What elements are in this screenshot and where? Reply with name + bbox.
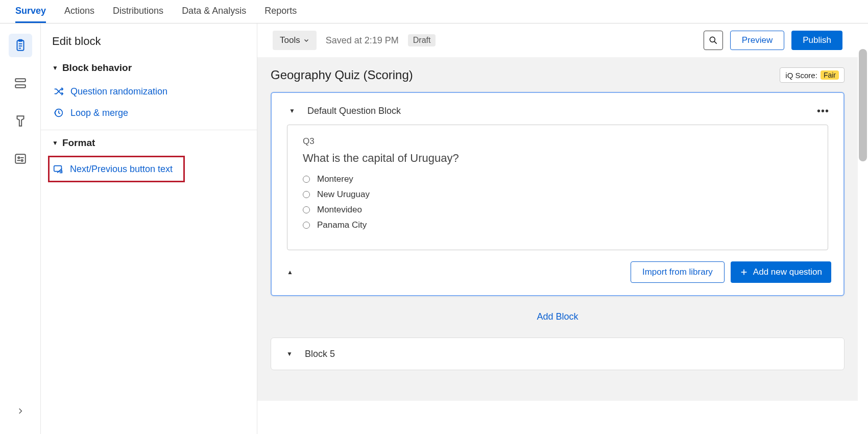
question-block-card[interactable]: ▼ Default Question Block ••• Q3 What is … <box>271 92 845 296</box>
add-block-link[interactable]: Add Block <box>271 311 845 322</box>
canvas: Geography Quiz (Scoring) iQ Score: Fair … <box>257 57 858 401</box>
block-collapse-icon[interactable]: ▼ <box>286 104 298 117</box>
rail-builder-icon[interactable] <box>9 34 32 57</box>
section-block-behavior[interactable]: ▼ Block behavior <box>52 62 246 74</box>
choice-row[interactable]: New Uruguay <box>303 189 812 200</box>
tools-button[interactable]: Tools <box>273 31 317 50</box>
block-collapse-icon[interactable]: ▼ <box>283 347 296 360</box>
question-id: Q3 <box>303 136 812 147</box>
iq-value: Fair <box>821 70 839 80</box>
caret-down-icon: ▼ <box>52 139 58 147</box>
svg-line-15 <box>714 41 717 44</box>
iq-label: iQ Score: <box>785 71 817 80</box>
section-label: Format <box>62 137 95 149</box>
tab-data-analysis[interactable]: Data & Analysis <box>182 0 246 23</box>
block-title: Default Question Block <box>307 106 401 116</box>
link-label: Next/Previous button text <box>70 164 173 175</box>
icon-rail <box>0 23 41 434</box>
preview-button[interactable]: Preview <box>730 31 784 50</box>
svg-point-10 <box>21 160 22 161</box>
iq-score-pill[interactable]: iQ Score: Fair <box>780 67 845 83</box>
svg-rect-0 <box>17 40 23 51</box>
survey-title: Geography Quiz (Scoring) <box>271 68 413 82</box>
scrollbar[interactable] <box>859 49 867 161</box>
add-new-question-button[interactable]: Add new question <box>731 261 831 283</box>
next-block-card[interactable]: ▼ Block 5 <box>271 337 845 370</box>
link-label: Question randomization <box>70 86 167 97</box>
svg-rect-7 <box>15 154 26 163</box>
tab-reports[interactable]: Reports <box>264 0 297 23</box>
question-text: What is the capital of Uruguay? <box>303 152 812 165</box>
choice-label: New Uruguay <box>317 189 370 200</box>
content-area: Tools Saved at 2:19 PM Draft Preview Pub… <box>257 23 868 434</box>
section-label: Block behavior <box>62 62 132 74</box>
choice-row[interactable]: Monterey <box>303 174 812 184</box>
radio-icon[interactable] <box>303 206 310 213</box>
caret-down-icon: ▼ <box>52 64 58 71</box>
publish-button[interactable]: Publish <box>791 31 842 50</box>
block-menu-icon[interactable]: ••• <box>817 105 829 117</box>
link-label: Loop & merge <box>70 108 128 118</box>
choice-label: Montevideo <box>317 205 362 215</box>
radio-icon[interactable] <box>303 176 310 183</box>
block-expand-up-icon[interactable]: ▲ <box>284 266 296 279</box>
link-nav-button-text[interactable]: Next/Previous button text <box>52 158 181 180</box>
add-question-label: Add new question <box>753 267 822 277</box>
panel-title: Edit block <box>52 35 246 48</box>
plus-icon <box>740 268 748 276</box>
saved-status: Saved at 2:19 PM <box>326 35 399 46</box>
rail-expand-icon[interactable] <box>13 403 28 419</box>
tab-distributions[interactable]: Distributions <box>113 0 163 23</box>
highlighted-link: Next/Previous button text <box>48 156 185 182</box>
svg-point-8 <box>18 157 19 158</box>
block-title: Block 5 <box>305 349 335 359</box>
question-box[interactable]: Q3 What is the capital of Uruguay? Monte… <box>287 125 828 250</box>
top-tabs: Survey Actions Distributions Data & Anal… <box>0 0 868 23</box>
rail-look-feel-icon[interactable] <box>9 109 32 133</box>
link-question-randomization[interactable]: Question randomization <box>52 81 246 102</box>
tools-label: Tools <box>280 35 300 45</box>
choice-row[interactable]: Montevideo <box>303 205 812 215</box>
left-panel: Edit block ▼ Block behavior Question ran… <box>41 23 257 434</box>
choice-label: Monterey <box>317 174 353 184</box>
svg-point-14 <box>710 37 715 42</box>
choice-row[interactable]: Panama City <box>303 220 812 230</box>
rail-options-icon[interactable] <box>9 147 32 171</box>
rail-flow-icon[interactable] <box>9 71 32 95</box>
import-from-library-button[interactable]: Import from library <box>631 261 725 283</box>
chevron-down-icon <box>303 37 309 43</box>
section-format[interactable]: ▼ Format <box>52 137 246 149</box>
tab-actions[interactable]: Actions <box>64 0 94 23</box>
radio-icon[interactable] <box>303 222 310 229</box>
radio-icon[interactable] <box>303 191 310 198</box>
divider <box>41 130 257 130</box>
link-loop-merge[interactable]: Loop & merge <box>52 102 246 124</box>
content-toolbar: Tools Saved at 2:19 PM Draft Preview Pub… <box>257 23 858 57</box>
draft-badge: Draft <box>408 34 436 46</box>
search-icon <box>708 35 718 45</box>
tab-survey[interactable]: Survey <box>15 0 46 23</box>
svg-rect-5 <box>15 79 26 81</box>
svg-rect-6 <box>15 85 26 87</box>
choice-label: Panama City <box>317 220 367 230</box>
search-button[interactable] <box>704 31 723 50</box>
